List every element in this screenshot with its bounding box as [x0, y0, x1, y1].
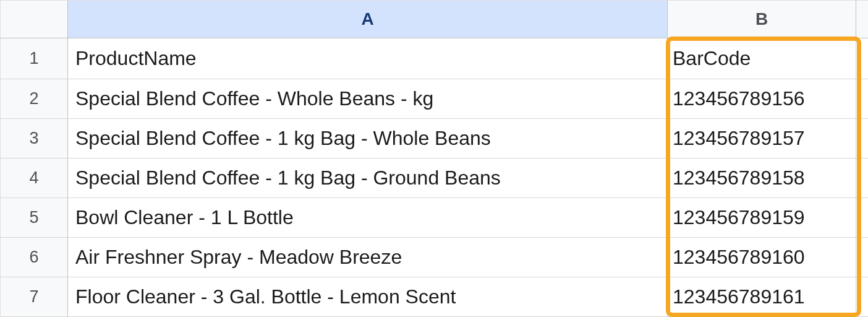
cell-rest-2: [856, 79, 868, 119]
cell-rest-1: [856, 38, 868, 79]
spreadsheet: A B 1 ProductName BarCode 2 Special Blen…: [0, 0, 868, 317]
cell-rest-4: [856, 158, 868, 198]
cell-a5[interactable]: Bowl Cleaner - 1 L Bottle: [68, 198, 668, 238]
cell-a7[interactable]: Floor Cleaner - 3 Gal. Bottle - Lemon Sc…: [68, 277, 668, 317]
cell-b7[interactable]: 123456789161: [668, 277, 856, 317]
cell-a4[interactable]: Special Blend Coffee - 1 kg Bag - Ground…: [68, 158, 668, 198]
cell-rest-5: [856, 198, 868, 238]
row-4: 4 Special Blend Coffee - 1 kg Bag - Grou…: [0, 158, 868, 198]
row-3: 3 Special Blend Coffee - 1 kg Bag - Whol…: [0, 119, 868, 158]
row-header-1[interactable]: 1: [0, 38, 68, 79]
cell-b3[interactable]: 123456789157: [668, 119, 856, 158]
row-header-6[interactable]: 6: [0, 238, 68, 277]
row-6: 6 Air Freshner Spray - Meadow Breeze 123…: [0, 238, 868, 277]
corner-cell[interactable]: [0, 0, 68, 38]
row-header-5[interactable]: 5: [0, 198, 68, 238]
column-header-row: A B: [0, 0, 868, 38]
cell-rest-6: [856, 238, 868, 277]
cell-b4[interactable]: 123456789158: [668, 158, 856, 198]
row-header-2[interactable]: 2: [0, 79, 68, 119]
column-header-b[interactable]: B: [668, 0, 856, 38]
column-header-rest: [856, 0, 868, 38]
row-header-4[interactable]: 4: [0, 158, 68, 198]
cell-a1[interactable]: ProductName: [68, 38, 668, 79]
row-7: 7 Floor Cleaner - 3 Gal. Bottle - Lemon …: [0, 277, 868, 317]
row-2: 2 Special Blend Coffee - Whole Beans - k…: [0, 79, 868, 119]
cell-a2[interactable]: Special Blend Coffee - Whole Beans - kg: [68, 79, 668, 119]
row-1: 1 ProductName BarCode: [0, 38, 868, 79]
cell-b1[interactable]: BarCode: [668, 38, 856, 79]
cell-a3[interactable]: Special Blend Coffee - 1 kg Bag - Whole …: [68, 119, 668, 158]
row-header-7[interactable]: 7: [0, 277, 68, 317]
cell-rest-7: [856, 277, 868, 317]
cell-rest-3: [856, 119, 868, 158]
row-header-3[interactable]: 3: [0, 119, 68, 158]
cell-b2[interactable]: 123456789156: [668, 79, 856, 119]
row-5: 5 Bowl Cleaner - 1 L Bottle 123456789159: [0, 198, 868, 238]
cell-a6[interactable]: Air Freshner Spray - Meadow Breeze: [68, 238, 668, 277]
cell-b6[interactable]: 123456789160: [668, 238, 856, 277]
cell-b5[interactable]: 123456789159: [668, 198, 856, 238]
column-header-a[interactable]: A: [68, 0, 668, 38]
